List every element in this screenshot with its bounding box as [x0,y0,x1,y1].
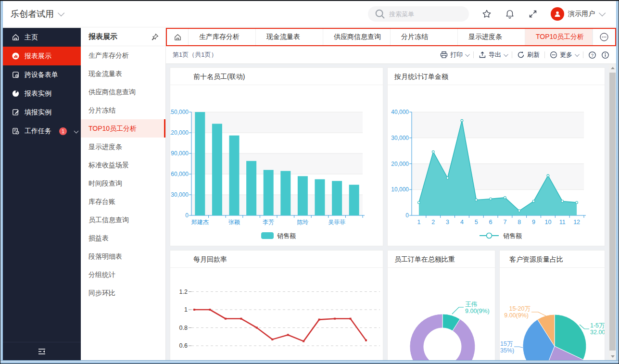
menu-item-frozen-panes[interactable]: 分片冻结 [81,101,165,119]
tab-home[interactable] [167,29,188,45]
chevron-down-icon [465,52,470,57]
refresh-label: 刷新 [527,50,540,59]
svg-text:40,000: 40,000 [391,109,409,115]
tab-progress-bar[interactable]: 显示进度条 [457,29,525,45]
svg-text:20,000: 20,000 [391,161,409,167]
more-button[interactable]: 更多 [550,50,578,59]
window-frame-bottom [0,360,619,364]
menu-item-sync-comparison[interactable]: 同步环比 [81,284,165,302]
collapse-sidebar-icon [38,348,46,355]
svg-text:32.00(: 32.00( [590,329,605,336]
chart-panel-employee-donut: 员工订单在总额比重 王伟9.00(9%) [387,250,495,360]
menu-item-time-range-query[interactable]: 时间段查询 [81,174,165,192]
tab-supplier-info[interactable]: 供应商信息查询 [323,29,390,45]
pie-chart: 1-5万32.00(15万35%)15-20万9.00(9%) [500,268,605,360]
search-input[interactable] [389,11,461,18]
sidebar-collapse-button[interactable] [3,342,81,360]
svg-text:60,000: 60,000 [171,171,189,177]
svg-text:10,000: 10,000 [391,186,409,193]
refresh-icon [517,51,525,59]
help-button[interactable]: ? [588,51,596,59]
sidebar-item-cross-device-forms[interactable]: 跨设备表单 [3,65,81,84]
content-area: 生产库存分析 现金流量表 供应商信息查询 分片冻结 显示进度条 TOP10员工分… [166,28,616,360]
divider [473,51,474,58]
svg-text:15万: 15万 [500,340,513,347]
info-button[interactable] [601,51,609,59]
tab-cash-flow[interactable]: 现金流量表 [255,29,323,45]
svg-text:90,000: 90,000 [171,150,189,157]
task-count-badge: 1 [59,127,67,135]
svg-text:9: 9 [532,219,535,226]
export-icon [479,51,486,59]
pin-icon[interactable] [151,33,159,41]
avatar [551,7,564,21]
menu-item-cash-flow[interactable]: 现金流量表 [81,64,165,83]
user-icon [554,10,561,18]
bell-icon[interactable] [505,9,515,19]
report-menu-panel: 报表展示 生产库存分析 现金流量表 供应商信息查询 分片冻结 TOP10员工分析… [81,28,166,360]
svg-text:吴菲菲: 吴菲菲 [328,219,346,226]
menu-item-employee-info[interactable]: 员工信息查询 [81,211,165,229]
star-icon[interactable] [481,9,492,19]
menu-item-production-inventory[interactable]: 生产库存分析 [81,46,165,64]
home-icon [12,33,20,41]
tabs-more-button[interactable] [593,29,615,45]
menu-search[interactable] [368,6,469,22]
svg-text:张颖: 张颖 [228,219,240,226]
donut-chart: 王伟9.00(9%) [388,268,495,360]
menu-item-profit-loss[interactable]: 损益表 [81,229,165,247]
menu-title: 报表展示 [88,32,117,41]
scroll-up-button[interactable] [609,64,616,72]
divider [512,51,512,58]
primary-sidebar: 主页 报表展示 跨设备表单 报表实例 填报实例 工作任务 1 [3,28,81,360]
tab-production-inventory[interactable]: 生产库存分析 [188,29,255,45]
menu-item-paragraph-detail[interactable]: 段落明细表 [81,247,165,265]
sidebar-item-work-tasks[interactable]: 工作任务 1 [3,122,81,140]
scrollbar-thumb[interactable] [609,73,616,351]
bar-chart: 030,00060,00090,000120,000150,000郑建杰张颖李芳… [170,85,383,245]
chart-panel-customer-pie: 客户资源质量占比 1-5万32.00(15万35%)15-20万9.00(9%) [499,250,605,360]
chart-title: 前十名员工(联动) [170,68,383,85]
svg-text:9.00(9%): 9.00(9%) [504,312,529,319]
svg-text:5: 5 [475,219,478,226]
sidebar-item-report-instances[interactable]: 报表实例 [3,84,81,103]
svg-text:0.8: 0.8 [179,325,188,331]
export-button[interactable]: 导出 [479,50,507,59]
sidebar-item-home[interactable]: 主页 [3,28,81,47]
chevron-down-icon [58,10,64,16]
user-menu[interactable]: 演示用户 [551,7,604,21]
menu-item-progress-bar[interactable]: 显示进度条 [81,138,165,156]
svg-text:10: 10 [544,219,551,226]
report-toolbar: 第1页（共1页） 打印 导出 [166,46,616,64]
home-icon [174,33,182,41]
tab-frozen-panes[interactable]: 分片冻结 [390,29,457,45]
svg-text:1: 1 [184,306,188,313]
app-title: 乐创者试用 [11,8,54,20]
refresh-button[interactable]: 刷新 [517,50,540,59]
fullscreen-icon[interactable] [528,9,538,19]
chart-title: 员工订单在总额比重 [388,251,495,268]
menu-item-inventory-ledger[interactable]: 库存台账 [81,192,165,211]
svg-text:30,000: 30,000 [391,135,409,141]
menu-item-standard-income[interactable]: 标准收益场景 [81,156,165,174]
sidebar-item-fill-instances[interactable]: 填报实例 [3,103,81,122]
sidebar-item-reports[interactable]: 报表展示 [3,47,81,65]
app-title-dropdown[interactable]: 乐创者试用 [11,8,63,20]
menu-item-top10-employees[interactable]: TOP10员工分析 [81,119,165,138]
scroll-down-button[interactable] [609,352,616,360]
printer-icon [440,51,448,59]
svg-text:3: 3 [446,219,449,226]
content-scrollbar[interactable] [609,64,616,360]
sidebar-item-label: 主页 [25,33,38,42]
dashboard-canvas: 前十名员工(联动) 030,00060,00090,000120,000150,… [166,64,616,360]
sidebar-item-label: 填报实例 [25,108,51,117]
svg-text:7: 7 [503,219,506,226]
menu-item-group-stats[interactable]: 分组统计 [81,265,165,284]
svg-text:30,000: 30,000 [171,191,189,198]
area-chart: 010,00020,00030,00040,000123456789101112… [388,85,605,245]
svg-text:4: 4 [460,219,464,226]
app-window: 乐创者试用 演示用户 主页 [3,1,616,360]
tab-top10-employees[interactable]: TOP10员工分析 [525,29,592,45]
print-button[interactable]: 打印 [440,50,468,59]
menu-item-supplier-info[interactable]: 供应商信息查询 [81,83,165,101]
